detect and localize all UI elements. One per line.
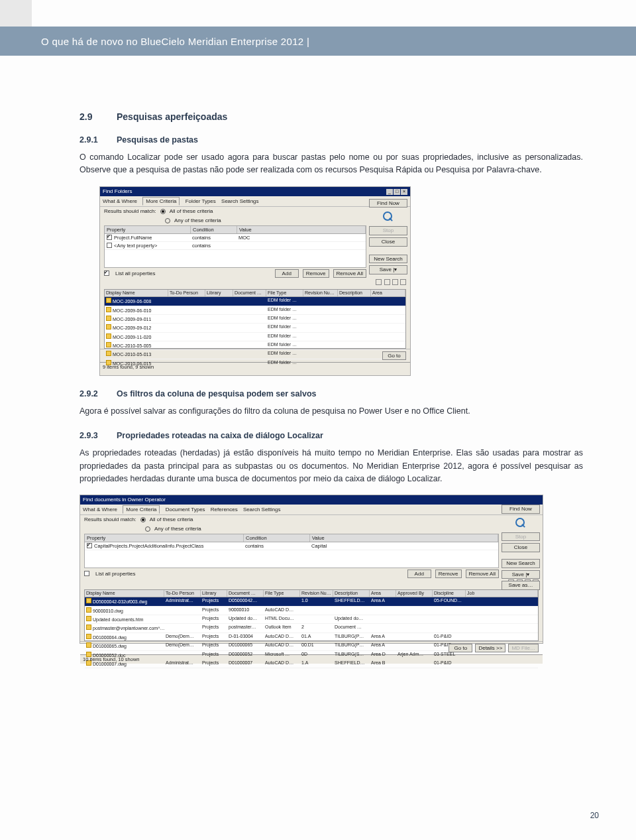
tab-what-where[interactable]: What & Where <box>83 507 117 512</box>
result-row[interactable]: MOC-2010-05-005EDM folder … <box>105 341 405 350</box>
stop-button[interactable]: Stop <box>502 532 540 542</box>
col-document[interactable]: Document … <box>227 590 264 597</box>
tab-search-settings[interactable]: Search Settings <box>221 198 258 204</box>
col-filetype[interactable]: File Type <box>264 590 300 597</box>
find-folders-dialog: Find Folders _□× What & Where More Crite… <box>99 186 411 376</box>
header-title: O que há de novo no BlueCielo Meridian E… <box>41 36 309 47</box>
result-row[interactable]: D01000007.dwgAdministrat…ProjectsD010000… <box>85 660 538 668</box>
col-description[interactable]: Description <box>333 590 370 597</box>
match-any-label: Any of these criteria <box>154 526 201 532</box>
find-now-button[interactable]: Find Now <box>369 199 407 208</box>
col-display-name[interactable]: Display Name <box>105 290 168 296</box>
tab-folder-types[interactable]: Folder Types <box>186 198 216 204</box>
criteria-grid[interactable]: Project.FullName contains MOC <Any text … <box>104 233 366 268</box>
result-row[interactable]: MOC-2009-09-011EDM folder … <box>105 315 405 324</box>
result-row[interactable]: MOC-2009-11-020EDM folder … <box>105 333 405 341</box>
col-todo[interactable]: To-Do Person <box>164 590 201 597</box>
new-search-button[interactable]: New Search <box>502 559 540 568</box>
close-button[interactable]: Close <box>369 237 407 247</box>
remove-button[interactable]: Remove <box>303 269 329 278</box>
checkbox-icon[interactable] <box>107 235 112 240</box>
list-icon[interactable] <box>376 279 382 285</box>
tab-more-criteria[interactable]: More Criteria <box>123 505 160 514</box>
tab-document-types[interactable]: Document Types <box>166 507 205 512</box>
col-job[interactable]: Job <box>466 590 538 597</box>
details-button[interactable]: Details >> <box>475 644 505 653</box>
criteria-property: CapitalProjects.ProjectAdditionalInfo.Pr… <box>94 543 245 549</box>
find-now-button[interactable]: Find Now <box>502 505 540 514</box>
add-button[interactable]: Add <box>275 269 299 278</box>
col-description[interactable]: Description <box>338 290 371 296</box>
radio-all[interactable] <box>140 517 146 522</box>
save-button[interactable]: Save |▾ <box>369 265 407 274</box>
result-row[interactable]: MOC-2009-06-010EDM folder … <box>105 306 405 315</box>
col-revision[interactable]: Revision Nu… <box>300 590 333 597</box>
mdfile-button[interactable]: MD File… <box>508 644 539 653</box>
col-todo[interactable]: To-Do Person <box>168 290 205 296</box>
grid-icon[interactable] <box>392 279 398 285</box>
tab-bar: What & Where More Criteria Folder Types … <box>100 196 410 208</box>
checkbox-icon[interactable] <box>104 270 109 276</box>
paragraph: As propriedades roteadas (herdadas) já e… <box>80 447 583 485</box>
add-button[interactable]: Add <box>407 570 431 579</box>
col-area[interactable]: Area <box>371 290 405 296</box>
result-row[interactable]: MOC-2009-09-012EDM folder … <box>105 324 405 332</box>
goto-button[interactable]: Go to <box>449 644 472 653</box>
col-filetype[interactable]: File Type <box>266 290 303 296</box>
section-number: 2.9 <box>80 111 117 122</box>
close-button[interactable]: Close <box>502 543 540 552</box>
tab-what-where[interactable]: What & Where <box>103 198 137 204</box>
result-row[interactable]: MOC-2010-05-013EDM folder … <box>105 350 405 359</box>
remove-button[interactable]: Remove <box>435 570 462 579</box>
list-all-label: List all properties <box>115 270 155 277</box>
criteria-header: Property Condition Value <box>104 225 366 233</box>
detail-icon[interactable] <box>384 279 390 285</box>
criteria-row[interactable]: Project.FullName contains MOC <box>105 234 366 242</box>
remove-all-button[interactable]: Remove All <box>466 570 499 579</box>
result-row[interactable]: Updated documents.htmProjectsUpdated do…… <box>85 615 538 624</box>
result-row[interactable]: 90000010.dwgProjects90000010AutoCAD D… <box>85 607 538 615</box>
section-title: Pesquisas aperfeiçoadas <box>117 111 227 122</box>
result-row[interactable]: D01000064.dwgDemo(Dem…ProjectsD-01-03004… <box>85 633 538 642</box>
folder-icon <box>106 316 111 321</box>
col-revision[interactable]: Revision Nu… <box>303 290 338 296</box>
new-search-button[interactable]: New Search <box>369 255 407 264</box>
criteria-grid[interactable]: CapitalProjects.ProjectAdditionalInfo.Pr… <box>84 542 499 568</box>
checkbox-icon[interactable] <box>87 543 92 548</box>
stop-button[interactable]: Stop <box>369 226 407 235</box>
checkbox-icon[interactable] <box>107 243 112 248</box>
criteria-property: Project.FullName <box>114 235 192 241</box>
criteria-row[interactable]: <Any text property> contains <box>105 242 366 250</box>
col-library[interactable]: Library <box>201 590 227 597</box>
tab-more-criteria[interactable]: More Criteria <box>142 197 180 206</box>
col-area[interactable]: Area <box>370 590 396 597</box>
col-discipline[interactable]: Discipline <box>433 590 466 597</box>
radio-all[interactable] <box>160 209 166 214</box>
window-buttons[interactable]: _□× <box>386 188 407 195</box>
result-row[interactable]: postmaster@vnplantowner.com^…Projectspos… <box>85 624 538 632</box>
results-grid[interactable]: Display Name To-Do Person Library Docume… <box>84 589 539 641</box>
file-icon <box>86 642 91 648</box>
save-as-button[interactable]: Save as… <box>502 581 540 590</box>
file-icon <box>86 652 91 657</box>
criteria-row[interactable]: CapitalProjects.ProjectAdditionalInfo.Pr… <box>85 542 498 550</box>
tree-icon[interactable] <box>400 279 406 285</box>
header-band: O que há de novo no BlueCielo Meridian E… <box>0 27 636 56</box>
remove-all-button[interactable]: Remove All <box>333 269 366 278</box>
results-grid[interactable]: Display Name To-Do Person Library Docume… <box>104 289 406 349</box>
checkbox-icon[interactable] <box>84 571 89 576</box>
tab-search-settings[interactable]: Search Settings <box>243 507 280 512</box>
result-row[interactable]: MOC-2009-06-008EDM folder … <box>105 297 405 306</box>
result-row[interactable]: D05000042-032of003.dwgAdministrat…Projec… <box>85 597 538 606</box>
col-approvedby[interactable]: Approved By <box>396 590 433 597</box>
radio-any[interactable] <box>165 218 170 223</box>
col-document[interactable]: Document … <box>233 290 266 296</box>
tab-references[interactable]: References <box>211 507 238 512</box>
goto-button[interactable]: Go to <box>382 351 406 361</box>
col-library[interactable]: Library <box>205 290 233 296</box>
list-all-label: List all properties <box>95 571 135 577</box>
radio-any[interactable] <box>145 526 150 532</box>
col-display-name[interactable]: Display Name <box>85 590 164 597</box>
page-tab <box>0 0 32 27</box>
save-button[interactable]: Save |▾ <box>502 570 540 579</box>
